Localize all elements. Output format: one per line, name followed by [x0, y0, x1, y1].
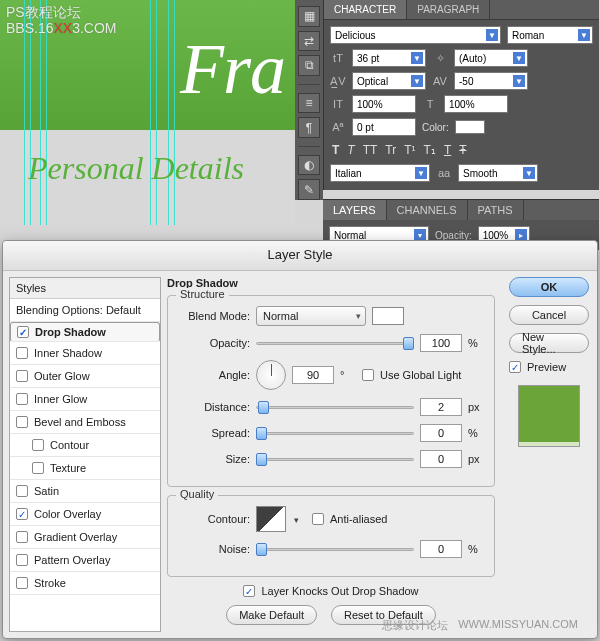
checkbox-icon[interactable]: [32, 439, 44, 451]
language-dropdown[interactable]: Italian▼: [330, 164, 430, 182]
effect-inner-shadow[interactable]: Inner Shadow: [10, 342, 160, 365]
subscript-button[interactable]: T₁: [424, 143, 436, 157]
contour-picker[interactable]: ▾: [256, 506, 286, 532]
structure-group: Structure Blend Mode: Normal▾ Opacity: 1…: [167, 295, 495, 487]
font-style-dropdown[interactable]: Roman▼: [507, 26, 593, 44]
new-style-button[interactable]: New Style...: [509, 333, 589, 353]
tool-button-2[interactable]: ⇄: [298, 31, 320, 52]
make-default-button[interactable]: Make Default: [226, 605, 317, 625]
character-panel: CHARACTER PARAGRAPH Delicious▼ Roman▼ tT…: [323, 0, 599, 190]
strikethrough-button[interactable]: Ŧ: [459, 143, 466, 157]
knocks-out-checkbox[interactable]: [243, 585, 255, 597]
checkbox-icon[interactable]: [16, 393, 28, 405]
checkbox-icon[interactable]: [17, 326, 29, 338]
checkbox-icon[interactable]: [16, 577, 28, 589]
global-light-checkbox[interactable]: [362, 369, 374, 381]
kerning-icon: A̲V: [330, 73, 346, 89]
noise-slider[interactable]: [256, 542, 414, 556]
blending-options-row[interactable]: Blending Options: Default: [10, 299, 160, 322]
canvas-subheading: Personal Details: [28, 150, 244, 187]
baseline-input[interactable]: 0 pt: [352, 118, 416, 136]
anti-aliased-checkbox[interactable]: [312, 513, 324, 525]
noise-input[interactable]: 0: [420, 540, 462, 558]
canvas-heading: Fra: [180, 28, 285, 111]
contour-label: Contour:: [178, 513, 250, 525]
preview-swatch: [518, 385, 580, 447]
size-unit: px: [468, 453, 484, 465]
type-style-row: T T TT Tr T¹ T₁ T Ŧ: [330, 141, 593, 159]
spread-label: Spread:: [178, 427, 250, 439]
effect-drop-shadow[interactable]: Drop Shadow: [10, 322, 160, 342]
opacity-slider[interactable]: [256, 336, 414, 350]
quality-title: Quality: [176, 488, 218, 500]
size-input[interactable]: 0: [420, 450, 462, 468]
baseline-icon: Aª: [330, 119, 346, 135]
vscale-input[interactable]: 100%: [352, 95, 416, 113]
font-family-dropdown[interactable]: Delicious▼: [330, 26, 501, 44]
opacity-unit: %: [468, 337, 484, 349]
effect-stroke[interactable]: Stroke: [10, 572, 160, 595]
checkbox-icon[interactable]: [16, 416, 28, 428]
distance-slider[interactable]: [256, 400, 414, 414]
source-watermark: PS教程论坛 BBS.16XX3.COM: [6, 4, 117, 36]
distance-unit: px: [468, 401, 484, 413]
effect-color-overlay[interactable]: Color Overlay: [10, 503, 160, 526]
effect-gradient-overlay[interactable]: Gradient Overlay: [10, 526, 160, 549]
checkbox-icon[interactable]: [16, 370, 28, 382]
tracking-dropdown[interactable]: -50▼: [454, 72, 528, 90]
tab-channels[interactable]: CHANNELS: [387, 200, 468, 220]
superscript-button[interactable]: T¹: [404, 143, 415, 157]
effect-inner-glow[interactable]: Inner Glow: [10, 388, 160, 411]
ok-button[interactable]: OK: [509, 277, 589, 297]
spread-slider[interactable]: [256, 426, 414, 440]
anti-alias-dropdown[interactable]: Smooth▼: [458, 164, 538, 182]
checkbox-icon[interactable]: [32, 462, 44, 474]
tool-button-4[interactable]: ≡: [298, 93, 320, 114]
cancel-button[interactable]: Cancel: [509, 305, 589, 325]
font-size-dropdown[interactable]: 36 pt▼: [352, 49, 426, 67]
preview-label: Preview: [527, 361, 566, 373]
tab-character[interactable]: CHARACTER: [324, 0, 407, 19]
effect-bevel-emboss[interactable]: Bevel and Emboss: [10, 411, 160, 434]
tool-button-5[interactable]: ¶: [298, 117, 320, 138]
tool-button-3[interactable]: ⧉: [298, 55, 320, 76]
opacity-input[interactable]: 100: [420, 334, 462, 352]
faux-italic-button[interactable]: T: [347, 143, 354, 157]
tab-paths[interactable]: PATHS: [468, 200, 524, 220]
tool-button-7[interactable]: ✎: [298, 179, 320, 200]
effect-texture[interactable]: Texture: [10, 457, 160, 480]
leading-dropdown[interactable]: (Auto)▼: [454, 49, 528, 67]
tool-button-1[interactable]: ▦: [298, 6, 320, 27]
effect-settings: Drop Shadow Structure Blend Mode: Normal…: [167, 271, 501, 638]
angle-dial[interactable]: [256, 360, 286, 390]
effect-pattern-overlay[interactable]: Pattern Overlay: [10, 549, 160, 572]
effect-outer-glow[interactable]: Outer Glow: [10, 365, 160, 388]
distance-input[interactable]: 2: [420, 398, 462, 416]
tool-button-6[interactable]: ◐: [298, 155, 320, 176]
noise-label: Noise:: [178, 543, 250, 555]
checkbox-icon[interactable]: [16, 485, 28, 497]
styles-header[interactable]: Styles: [10, 278, 160, 299]
spread-input[interactable]: 0: [420, 424, 462, 442]
angle-input[interactable]: 90: [292, 366, 334, 384]
tab-layers[interactable]: LAYERS: [323, 200, 387, 220]
checkbox-icon[interactable]: [16, 347, 28, 359]
checkbox-icon[interactable]: [16, 508, 28, 520]
shadow-color-swatch[interactable]: [372, 307, 404, 325]
text-color-swatch[interactable]: [455, 120, 485, 134]
effect-contour[interactable]: Contour: [10, 434, 160, 457]
effect-satin[interactable]: Satin: [10, 480, 160, 503]
hscale-input[interactable]: 100%: [444, 95, 508, 113]
faux-bold-button[interactable]: T: [332, 143, 339, 157]
kerning-dropdown[interactable]: Optical▼: [352, 72, 426, 90]
tab-paragraph[interactable]: PARAGRAPH: [407, 0, 490, 19]
small-caps-button[interactable]: Tr: [385, 143, 396, 157]
checkbox-icon[interactable]: [16, 554, 28, 566]
layer-opacity-label: Opacity:: [435, 230, 472, 241]
checkbox-icon[interactable]: [16, 531, 28, 543]
preview-checkbox[interactable]: [509, 361, 521, 373]
all-caps-button[interactable]: TT: [363, 143, 378, 157]
blend-mode-dropdown[interactable]: Normal▾: [256, 306, 366, 326]
size-slider[interactable]: [256, 452, 414, 466]
underline-button[interactable]: T: [444, 143, 451, 157]
